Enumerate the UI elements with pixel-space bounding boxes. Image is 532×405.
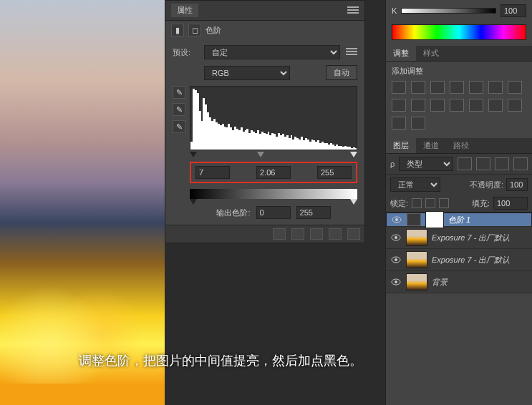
gray-eyedropper-icon[interactable]: ✎ <box>173 103 185 116</box>
photo-filter-icon[interactable] <box>411 99 425 112</box>
layer-thumb[interactable] <box>406 251 427 268</box>
layer-row[interactable]: Exposure 7 - 出厂默认 <box>386 227 532 249</box>
channel-mixer-icon[interactable] <box>430 99 445 112</box>
channel-select[interactable]: RGB <box>204 66 290 80</box>
histogram <box>190 86 357 150</box>
output-label: 输出色阶: <box>216 208 250 218</box>
delete-icon[interactable] <box>347 228 360 240</box>
lock-all-icon[interactable] <box>439 198 449 208</box>
preset-select[interactable]: 自定 <box>204 45 340 59</box>
invert-icon[interactable] <box>469 99 483 112</box>
k-value-field[interactable] <box>500 4 526 17</box>
hue-sat-icon[interactable] <box>488 81 503 94</box>
image-canvas[interactable] <box>0 0 165 405</box>
right-panels: K 调整 样式 添加调整 图层 通道 路径 <box>385 0 532 405</box>
exposure-icon[interactable] <box>450 81 464 94</box>
preset-menu-icon[interactable] <box>346 48 357 57</box>
visibility-eye-icon[interactable] <box>390 277 402 287</box>
svg-point-1 <box>395 218 398 221</box>
levels-adj-icon[interactable] <box>411 81 425 94</box>
k-slider[interactable] <box>401 8 496 14</box>
layer-row[interactable]: 背景 <box>386 271 532 293</box>
color-balance-icon[interactable] <box>508 81 522 94</box>
visibility-eye-icon[interactable] <box>390 255 402 265</box>
tab-paths[interactable]: 路径 <box>446 138 476 153</box>
input-mid-field[interactable] <box>256 166 291 179</box>
shadow-slider-handle[interactable] <box>190 152 197 157</box>
adjustment-type-label: 色阶 <box>205 25 221 36</box>
lock-label: 锁定: <box>390 198 408 209</box>
layer-kind-select[interactable]: 类型 <box>399 157 453 171</box>
svg-point-5 <box>395 258 397 261</box>
highlight-slider-handle[interactable] <box>350 152 357 157</box>
input-white-field[interactable] <box>317 166 352 179</box>
output-gradient[interactable] <box>190 189 357 199</box>
gradient-map-icon[interactable] <box>392 117 406 130</box>
add-adjustment-label: 添加调整 <box>392 66 526 77</box>
fill-field[interactable] <box>493 197 528 210</box>
lock-pixels-icon[interactable] <box>412 198 422 208</box>
properties-tab[interactable]: 属性 <box>171 4 198 17</box>
layer-name[interactable]: Exposure 7 - 出厂默认 <box>432 233 528 243</box>
preset-label: 预设: <box>173 47 198 58</box>
tab-layers[interactable]: 图层 <box>386 138 416 153</box>
filter-type-icon[interactable] <box>495 157 509 170</box>
vibrance-icon[interactable] <box>469 81 483 94</box>
threshold-icon[interactable] <box>508 99 522 112</box>
output-white-field[interactable] <box>296 206 331 219</box>
layer-name[interactable]: 背景 <box>432 277 528 288</box>
output-black-field[interactable] <box>256 206 291 219</box>
selective-color-icon[interactable] <box>411 117 425 130</box>
color-spectrum[interactable] <box>392 24 526 40</box>
midtone-slider-handle[interactable] <box>257 152 264 157</box>
input-black-field[interactable] <box>195 166 230 179</box>
clip-to-layer-icon[interactable] <box>273 228 286 240</box>
bw-icon[interactable] <box>392 99 406 112</box>
input-levels-highlight <box>190 162 357 183</box>
svg-point-3 <box>395 236 397 239</box>
output-white-handle[interactable] <box>350 199 357 205</box>
brightness-icon[interactable] <box>392 81 406 94</box>
levels-icon: ▮ <box>171 24 184 36</box>
black-eyedropper-icon[interactable]: ✎ <box>173 86 185 99</box>
reset-icon[interactable] <box>310 228 323 240</box>
filter-adj-icon[interactable] <box>476 157 490 170</box>
layer-name[interactable]: Exposure 7 - 出厂默认 <box>432 255 528 265</box>
layer-thumb[interactable] <box>406 273 427 291</box>
lock-position-icon[interactable] <box>425 198 435 208</box>
fill-label: 填充: <box>472 198 490 209</box>
filter-shape-icon[interactable] <box>513 157 528 170</box>
mask-icon[interactable]: ◻ <box>188 24 201 36</box>
visibility-eye-icon[interactable] <box>390 233 402 243</box>
output-black-handle[interactable] <box>190 199 197 205</box>
auto-button[interactable]: 自动 <box>326 65 357 80</box>
filter-pixel-icon[interactable] <box>458 157 472 170</box>
white-eyedropper-icon[interactable]: ✎ <box>173 120 185 133</box>
opacity-label: 不透明度: <box>470 180 503 190</box>
color-lookup-icon[interactable] <box>450 99 464 112</box>
panel-menu-icon[interactable] <box>347 6 359 15</box>
visibility-eye-icon[interactable] <box>391 215 402 225</box>
tutorial-caption: 调整色阶，把图片的中间值提亮，然后加点黑色。 <box>79 352 362 369</box>
properties-panel: 属性 ▮ ◻ 色阶 预设: 自定 RGB 自动 ✎ ✎ ✎ <box>165 0 365 243</box>
levels-thumb-icon <box>407 213 421 226</box>
layer-row[interactable]: 色阶 1 <box>386 213 532 227</box>
curves-icon[interactable] <box>430 81 445 94</box>
tab-styles[interactable]: 样式 <box>416 46 446 61</box>
posterize-icon[interactable] <box>488 99 503 112</box>
svg-point-7 <box>395 280 397 283</box>
input-slider[interactable] <box>190 152 357 159</box>
tab-adjustments[interactable]: 调整 <box>386 46 416 61</box>
layer-row[interactable]: Exposure 7 - 出厂默认 <box>386 249 532 271</box>
k-label: K <box>392 6 397 15</box>
toggle-visibility-icon[interactable] <box>329 228 342 240</box>
layer-thumb[interactable] <box>406 229 427 246</box>
adjustment-icon-grid <box>392 81 526 130</box>
blend-mode-select[interactable]: 正常 <box>390 177 440 192</box>
view-previous-icon[interactable] <box>291 228 304 240</box>
layer-name[interactable]: 色阶 1 <box>448 215 527 225</box>
opacity-field[interactable] <box>506 178 528 191</box>
tab-channels[interactable]: 通道 <box>416 138 446 153</box>
layer-mask-thumb[interactable] <box>425 211 444 228</box>
